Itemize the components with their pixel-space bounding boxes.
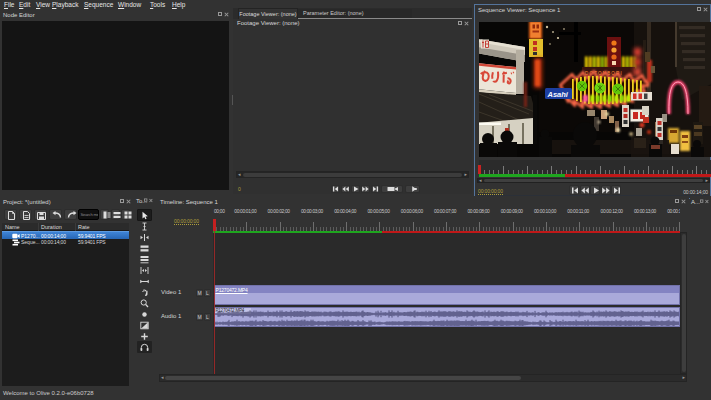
- svg-text:Asahi: Asahi: [547, 90, 569, 99]
